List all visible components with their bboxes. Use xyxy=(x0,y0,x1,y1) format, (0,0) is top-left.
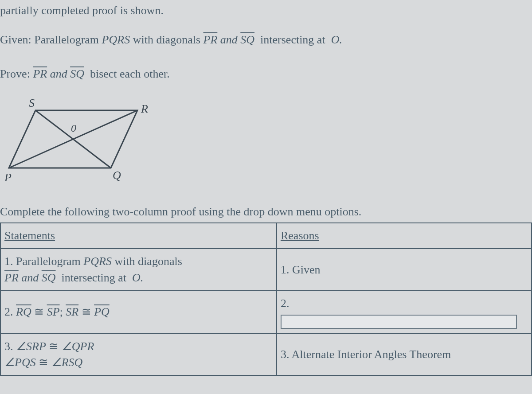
row3-ang2a: ∠PQS xyxy=(4,356,36,369)
given-post: intersecting at xyxy=(260,33,325,46)
row2-seg2a: SR xyxy=(66,305,78,318)
row3-cong1: ≅ xyxy=(49,340,59,353)
reason3-text: Alternate Interior Angles Theorem xyxy=(292,348,451,361)
parallelogram-svg: S R 0 P Q xyxy=(4,97,155,186)
label-s: S xyxy=(29,97,35,109)
statement-3: 3. ∠SRP ≅ ∠QPR ∠PQS ≅ ∠RSQ xyxy=(0,334,277,376)
row2-num: 2. xyxy=(4,305,13,318)
reason-2-dropdown[interactable] xyxy=(281,315,517,329)
row2-cong2: ≅ xyxy=(82,305,91,318)
label-r: R xyxy=(141,102,148,115)
given-pqrs: PQRS xyxy=(102,33,130,46)
reason1-text: Given xyxy=(292,263,321,276)
reason3-num: 3. xyxy=(281,348,289,361)
given-line: Given: Parallelogram PQRS with diagonals… xyxy=(0,29,532,51)
row1-pqrs: PQRS xyxy=(83,255,112,268)
complete-instruction: Complete the following two-column proof … xyxy=(0,201,532,222)
row3-ang1b: ∠QPR xyxy=(62,340,94,353)
statement-2: 2. RQ ≅ SP; SR ≅ PQ xyxy=(0,291,277,333)
given-and: and xyxy=(220,33,238,46)
label-q: Q xyxy=(113,169,121,182)
row1-a: Parallelogram xyxy=(16,255,81,268)
row2-seg1b: SP xyxy=(47,305,60,318)
label-o: 0 xyxy=(71,122,76,134)
row2-seg1a: RQ xyxy=(16,305,31,318)
row1-b: with diagonals xyxy=(114,255,182,268)
given-diag2: SQ xyxy=(240,33,254,46)
row2-seg2b: PQ xyxy=(94,305,110,318)
row2-sep: ; xyxy=(60,305,63,318)
prove-diag1: PR xyxy=(33,67,47,80)
row3-ang2b: ∠RSQ xyxy=(51,356,83,369)
table-row: 3. ∠SRP ≅ ∠QPR ∠PQS ≅ ∠RSQ 3. Alternate … xyxy=(0,334,532,376)
row1-num: 1. xyxy=(4,255,13,268)
given-pre: Parallelogram xyxy=(34,33,99,46)
given-point: O. xyxy=(331,33,342,46)
reason-2: 2. xyxy=(277,291,532,333)
statement-1: 1. Parallelogram PQRS with diagonals PR … xyxy=(0,249,277,291)
svg-line-2 xyxy=(35,110,111,168)
row1-point: O. xyxy=(132,271,143,284)
proof-table: Statements Reasons 1. Parallelogram PQRS… xyxy=(0,222,532,376)
reason-1: 1. Given xyxy=(277,249,532,291)
prove-diag2: SQ xyxy=(70,67,84,80)
table-row: 1. Parallelogram PQRS with diagonals PR … xyxy=(0,249,532,291)
row3-ang1a: ∠SRP xyxy=(16,340,46,353)
row3-cong2: ≅ xyxy=(39,356,48,369)
prove-post: bisect each other. xyxy=(90,67,170,80)
row1-diag1: PR xyxy=(4,271,19,284)
table-header-row: Statements Reasons xyxy=(0,223,532,249)
given-mid: with diagonals xyxy=(133,33,200,46)
row3-num: 3. xyxy=(4,340,13,353)
reason2-num: 2. xyxy=(281,296,289,312)
given-label: Given: xyxy=(0,33,31,46)
prove-label: Prove: xyxy=(0,67,30,80)
row1-and: and xyxy=(21,271,39,284)
table-row: 2. RQ ≅ SP; SR ≅ PQ 2. xyxy=(0,291,532,333)
statements-header: Statements xyxy=(0,223,277,249)
prove-line: Prove: PR and SQ bisect each other. xyxy=(0,63,532,85)
row1-diag2: SQ xyxy=(42,271,56,284)
reasons-header: Reasons xyxy=(277,223,532,249)
proof-page: partially completed proof is shown. Give… xyxy=(0,0,532,385)
given-diag1: PR xyxy=(203,33,218,46)
parallelogram-diagram: S R 0 P Q xyxy=(0,93,532,199)
reason-3: 3. Alternate Interior Angles Theorem xyxy=(277,334,532,376)
label-p: P xyxy=(4,171,12,184)
row2-cong1: ≅ xyxy=(34,305,44,318)
intro-text: partially completed proof is shown. xyxy=(0,0,532,21)
row1-tail: intersecting at xyxy=(62,271,127,284)
reason1-num: 1. xyxy=(281,263,289,276)
prove-and: and xyxy=(50,67,67,80)
